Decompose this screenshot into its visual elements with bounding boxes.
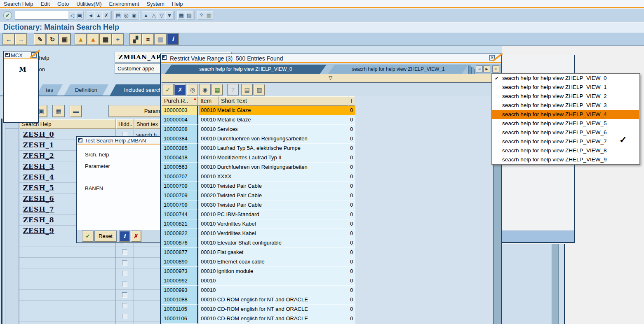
print-icon[interactable]: ▤ — [114, 11, 122, 20]
purch-req-cell[interactable]: 10001088 — [162, 295, 198, 305]
enter-button[interactable]: ✓ — [3, 11, 12, 20]
navigate-icon[interactable]: + — [112, 34, 124, 45]
value-row[interactable]: 1000070700010 XXXX0 — [162, 172, 355, 182]
value-row[interactable]: 1000038400010 Durchfuehren von Reinigung… — [162, 134, 355, 144]
item-short-text-cell[interactable]: 00010 Twisted Pair Cable — [199, 182, 355, 191]
insert-in-personal-list-icon[interactable]: ▦ — [212, 84, 223, 95]
menu-item-environment[interactable]: Environment — [106, 0, 143, 7]
item-short-text-cell[interactable]: 00010 Metallic Glaze — [199, 106, 355, 115]
value-row[interactable]: 1000000400010 Metallic Glaze0 — [162, 115, 355, 125]
item-short-text-cell[interactable]: 00010 Metallic Glaze — [199, 115, 355, 125]
value-row[interactable]: 1000108800010 CD-ROM english for NT and … — [162, 295, 355, 305]
value-row[interactable]: 1000110500010 CD-ROM english for NT and … — [162, 305, 355, 314]
menu-item-system[interactable]: System — [143, 0, 168, 7]
tab-zhelp-view-0[interactable]: seacrh help for help view ZHELP_VIEW_0 — [165, 65, 327, 74]
row-selector[interactable] — [5, 226, 19, 236]
table-row[interactable] — [5, 268, 161, 279]
item-short-text-cell[interactable]: 00010 Elevator Shaft configurable — [199, 238, 355, 248]
column-header-short-text[interactable]: Short Text — [219, 96, 348, 106]
row-selector[interactable] — [5, 311, 19, 322]
cancel-button[interactable]: ✗ — [131, 231, 141, 242]
test-icon[interactable]: ▲ — [87, 34, 99, 45]
purch-req-cell[interactable]: 10001105 — [162, 305, 198, 314]
purch-req-cell[interactable]: 10000003 — [162, 106, 198, 115]
item-short-text-cell[interactable]: 00010 Verdrilltes Kabel — [199, 219, 355, 229]
tab-menu-item[interactable]: seacrh help for help view ZHELP_VIEW_7✓ — [492, 137, 639, 146]
table-gray-icon[interactable]: ▦ — [155, 34, 166, 45]
reset-button[interactable]: Reset — [95, 231, 116, 242]
row-selector[interactable] — [5, 236, 19, 247]
menu-item-utilities-m-[interactable]: Utilities(M) — [73, 0, 105, 7]
purch-req-cell[interactable]: 10000876 — [162, 238, 198, 248]
table-row[interactable] — [5, 322, 161, 324]
search-help-link[interactable]: ZESH_3 — [23, 163, 54, 170]
hidden-checkbox[interactable] — [122, 282, 127, 287]
row-selector[interactable] — [5, 172, 19, 183]
command-field[interactable]: ▤ — [15, 11, 77, 20]
purch-req-cell[interactable]: 10000709 — [162, 200, 198, 210]
purch-req-cell[interactable]: 10000822 — [162, 229, 198, 238]
page-down-icon[interactable]: ▽ — [157, 11, 166, 20]
search-help-link[interactable]: ZESH_0 — [23, 131, 54, 138]
row-selector[interactable] — [5, 151, 19, 161]
value-row[interactable]: 1000082100010 Verdrilltes Kabel0 — [162, 219, 355, 229]
info-icon[interactable]: i — [167, 34, 179, 45]
row-selector[interactable] — [5, 301, 19, 311]
item-short-text-cell[interactable]: 00010 Flat gasket — [199, 248, 355, 257]
tab-menu-item[interactable]: seacrh help for help view ZHELP_VIEW_4 — [492, 110, 639, 119]
value-row[interactable]: 1000089000010 Ethernet coax cable0 — [162, 257, 355, 267]
item-short-text-cell[interactable]: 00010 — [199, 276, 355, 286]
tab-menu-item[interactable]: seacrh help for help view ZHELP_VIEW_0✓ — [492, 74, 639, 83]
search-help-link[interactable]: ZESH_8 — [23, 216, 54, 224]
back-triangle-icon[interactable]: ◁ — [68, 11, 76, 20]
scroll-tabs-right-icon[interactable]: ► — [483, 65, 490, 72]
purch-req-cell[interactable]: 10000384 — [162, 134, 198, 144]
close-icon[interactable]: ✗ — [175, 84, 186, 95]
row-selector[interactable] — [5, 140, 19, 151]
menu-item-edit[interactable]: Edit — [37, 0, 54, 7]
value-row[interactable]: 1000000300010 Metallic Glaze0 — [162, 106, 355, 115]
cancel-icon[interactable]: ✗ — [102, 11, 110, 20]
item-short-text-cell[interactable]: 00010 CD-ROM english for NT and ORACLE — [199, 305, 355, 314]
row-selector[interactable] — [5, 258, 19, 268]
purch-req-cell[interactable]: 10000744 — [162, 210, 198, 219]
find-icon[interactable]: ◎ — [187, 84, 198, 95]
item-short-text-cell[interactable]: 00010 — [199, 286, 355, 295]
purch-req-cell[interactable]: 10000418 — [162, 153, 198, 163]
purch-req-cell[interactable]: 10000004 — [162, 115, 198, 125]
purch-req-cell[interactable]: 10000707 — [162, 172, 198, 182]
row-selector[interactable] — [5, 193, 19, 204]
tab-zhelp-view-1[interactable]: seacrh help for help view ZHELP_VIEW_1 — [328, 65, 468, 74]
restrict-dialog-title-bar[interactable]: Restrict Value Range (3) 500 Entries Fou… — [161, 54, 501, 63]
purch-req-cell[interactable]: 10000208 — [162, 125, 198, 134]
activate-icon[interactable]: ▲ — [75, 34, 87, 45]
item-short-text-cell[interactable]: 00030 Twisted Pair Cable — [199, 200, 355, 210]
delete-row-icon[interactable]: ▬ — [70, 105, 82, 117]
column-header-item[interactable]: Item — [198, 96, 219, 106]
save-icon[interactable]: ▣ — [75, 11, 84, 20]
column-header-purch-r[interactable]: Purch.R..▲ — [162, 96, 198, 106]
info-button[interactable]: i — [120, 231, 129, 242]
purch-req-cell[interactable]: 10000877 — [162, 248, 198, 257]
display-change-icon[interactable]: ✎ — [34, 34, 46, 45]
print-icon[interactable]: ▤ — [242, 84, 252, 95]
value-row[interactable]: 1000070900030 Twisted Pair Cable0 — [162, 200, 355, 210]
purch-req-cell[interactable]: 10000709 — [162, 191, 198, 200]
copy-icon[interactable]: ▣ — [59, 34, 71, 45]
tab-definition[interactable]: Definition — [64, 84, 108, 96]
column-header-short-text[interactable]: Short tex — [134, 119, 161, 129]
exit-icon[interactable]: ▲ — [94, 11, 103, 20]
value-row[interactable]: 1000041800010 Modifiziertes Laufrad Typ … — [162, 153, 355, 163]
value-row[interactable]: 1000070900020 Twisted Pair Cable0 — [162, 191, 355, 200]
table-row[interactable] — [5, 311, 161, 322]
value-row[interactable]: 1000038500010 Laufrad Typ 5A, elektrisch… — [162, 144, 355, 153]
value-row[interactable]: 1000056300010 Durchfuehren von Reinigung… — [162, 163, 355, 172]
hidden-checkbox[interactable] — [122, 260, 127, 266]
search-help-link[interactable]: ZESH_7 — [23, 205, 54, 213]
item-short-text-cell[interactable]: 00020 Twisted Pair Cable — [199, 191, 355, 200]
back-icon[interactable]: ◄ — [87, 11, 95, 20]
hidden-checkbox[interactable] — [122, 271, 127, 276]
menu-item-search-help[interactable]: Search Help — [0, 0, 37, 7]
refresh-icon[interactable]: ↻ — [47, 34, 58, 45]
row-selector[interactable] — [5, 322, 19, 324]
